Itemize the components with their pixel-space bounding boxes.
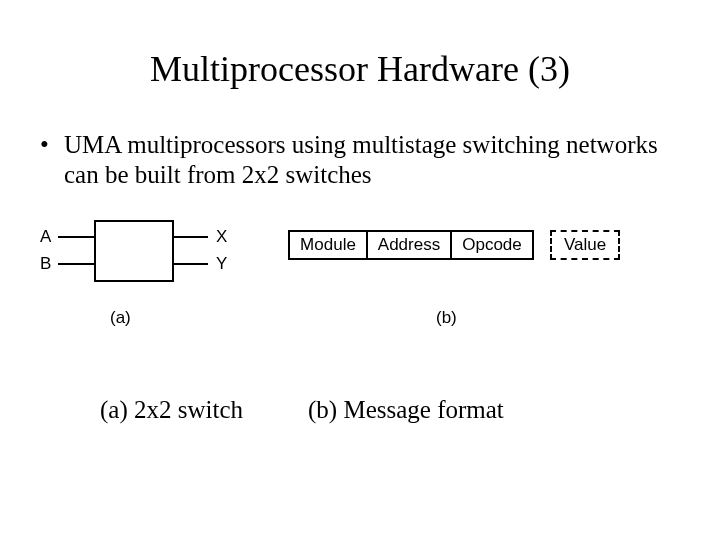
bullet-item: • UMA multiprocessors using multistage s…	[40, 130, 680, 190]
bullet-text: UMA multiprocessors using multistage swi…	[64, 130, 680, 190]
port-label-y: Y	[216, 254, 227, 274]
page-title: Multiprocessor Hardware (3)	[0, 48, 720, 90]
caption-b: (b) Message format	[308, 396, 504, 424]
bullet-marker: •	[40, 130, 64, 160]
captions-row: (a) 2x2 switch (b) Message format	[0, 396, 720, 436]
port-line-a	[58, 236, 94, 238]
message-figure-label: (b)	[436, 308, 457, 328]
port-line-y	[172, 263, 208, 265]
port-label-x: X	[216, 227, 227, 247]
bullet-list: • UMA multiprocessors using multistage s…	[40, 130, 680, 190]
switch-figure-label: (a)	[110, 308, 131, 328]
msg-field-opcode: Opcode	[450, 230, 534, 260]
port-label-b: B	[40, 254, 51, 274]
msg-field-value: Value	[550, 230, 620, 260]
msg-field-module: Module	[288, 230, 368, 260]
port-line-x	[172, 236, 208, 238]
figure-area: A B X Y (a) Module Address Opcode Value …	[40, 224, 680, 364]
port-line-b	[58, 263, 94, 265]
caption-a: (a) 2x2 switch	[100, 396, 243, 424]
switch-box	[94, 220, 174, 282]
port-label-a: A	[40, 227, 51, 247]
msg-field-address: Address	[366, 230, 452, 260]
